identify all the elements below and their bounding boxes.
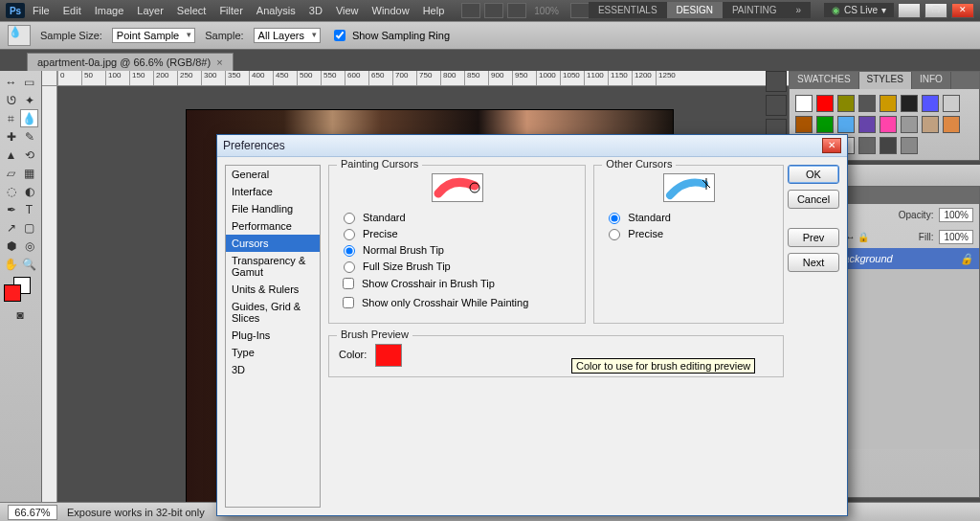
menu-analysis[interactable]: Analysis <box>256 5 296 16</box>
sample-select[interactable]: All Layers <box>254 28 321 43</box>
app-logo: Ps <box>6 3 25 18</box>
sample-label: Sample: <box>205 30 243 41</box>
document-tab-row: apartment-0a.jpg @ 66.6% (RGB/8#)× <box>0 50 980 71</box>
menu-help[interactable]: Help <box>423 5 445 16</box>
menu-image[interactable]: Image <box>95 5 124 16</box>
workspace-essentials[interactable]: ESSENTIALS <box>589 2 667 18</box>
menu-view[interactable]: View <box>336 5 359 16</box>
workspace-painting[interactable]: PAINTING <box>723 2 786 18</box>
menu-file[interactable]: File <box>33 5 50 16</box>
minibridge-icon[interactable] <box>484 3 503 18</box>
show-sampling-ring-checkbox[interactable] <box>334 30 345 41</box>
close-icon[interactable]: × <box>216 57 222 68</box>
cs-live-button[interactable]: ◉CS Live▾ <box>824 3 894 17</box>
zoom-percent[interactable]: 100% <box>534 6 559 16</box>
arrange-icon[interactable] <box>570 3 590 18</box>
tool-eyedropper-icon[interactable]: 💧 <box>8 25 31 46</box>
options-bar: 💧 Sample Size: Point Sample Sample: All … <box>0 21 980 50</box>
bridge-icon[interactable] <box>461 3 480 18</box>
menu-filter[interactable]: Filter <box>219 5 242 16</box>
window-minimize[interactable]: — <box>898 3 921 18</box>
menu-window[interactable]: Window <box>372 5 410 16</box>
menu-select[interactable]: Select <box>177 5 207 16</box>
menubar: Ps File Edit Image Layer Select Filter A… <box>0 0 980 21</box>
show-sampling-ring-label: Show Sampling Ring <box>352 30 450 41</box>
window-close[interactable]: ✕ <box>951 3 974 18</box>
document-tab[interactable]: apartment-0a.jpg @ 66.6% (RGB/8#)× <box>27 53 234 71</box>
workspace-design[interactable]: DESIGN <box>667 2 723 18</box>
menu-edit[interactable]: Edit <box>63 5 81 16</box>
workspace-more[interactable]: » <box>786 2 811 18</box>
sample-size-label: Sample Size: <box>40 30 102 41</box>
menu-layer[interactable]: Layer <box>137 5 164 16</box>
workspace-switcher: ESSENTIALS DESIGN PAINTING » <box>589 2 811 18</box>
sample-size-select[interactable]: Point Sample <box>112 28 195 43</box>
viewextras-icon[interactable] <box>507 3 526 18</box>
menu-3d[interactable]: 3D <box>309 5 323 16</box>
window-restore[interactable]: ❐ <box>924 3 947 18</box>
